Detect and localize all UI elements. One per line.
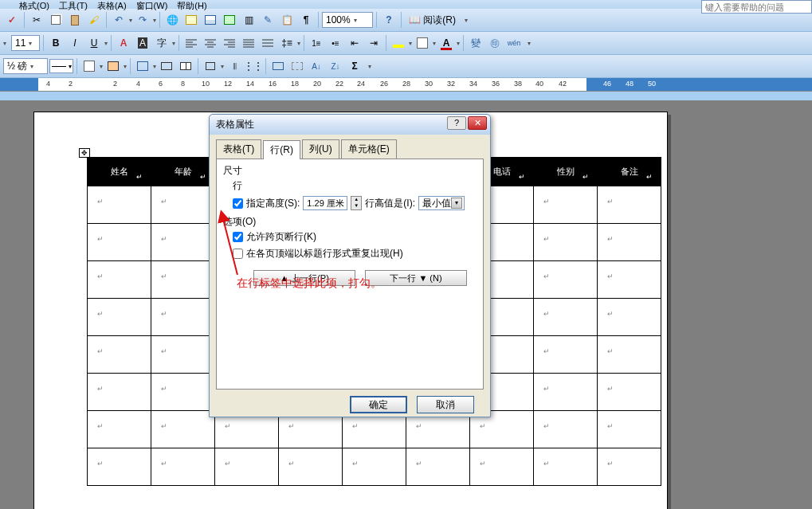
align-justify-icon[interactable]: [240, 34, 257, 52]
tab-table[interactable]: 表格(T): [216, 139, 261, 159]
help-icon[interactable]: ?: [380, 11, 398, 29]
highlight-icon[interactable]: [390, 34, 407, 52]
align-cell-icon[interactable]: [202, 57, 219, 75]
redo-icon[interactable]: ↷: [134, 11, 151, 29]
zoom-dropdown[interactable]: 100%▾: [322, 12, 373, 28]
allow-break-checkbox[interactable]: [233, 232, 243, 242]
drawing-icon[interactable]: ✎: [259, 11, 277, 29]
standard-toolbar: ✓ ✂ 🖌 ↶ ▾ ↷ ▾ 🌐 ▥ ✎ 📋 ¶ 100%▾ ? 📖 阅读(R) …: [0, 9, 812, 32]
insert-table-icon[interactable]: [202, 11, 219, 29]
repeat-header-checkbox[interactable]: [233, 249, 243, 259]
distribute-cols-icon[interactable]: ⋮⋮: [245, 57, 262, 75]
specify-height-label: 指定高度(S):: [246, 197, 300, 210]
underline-button[interactable]: U: [85, 34, 103, 52]
enclose-char-icon[interactable]: ㊞: [486, 34, 504, 52]
table-properties-dialog: 表格属性 ? ✕ 表格(T) 行(R) 列(U) 单元格(E) 尺寸 行 指定高…: [209, 114, 491, 417]
height-value-input[interactable]: [303, 196, 347, 210]
autoformat-icon[interactable]: [269, 57, 287, 75]
dialog-title: 表格属性: [216, 118, 254, 131]
fontsize-dropdown[interactable]: 11▾: [11, 35, 40, 51]
spellcheck-icon[interactable]: ✓: [3, 11, 21, 29]
increase-indent-icon[interactable]: ⇥: [365, 34, 382, 52]
tables-borders-icon[interactable]: [182, 11, 200, 29]
row-height-is-label: 行高值是(I):: [365, 197, 415, 210]
size-group-label: 尺寸: [223, 164, 477, 178]
border-box-icon[interactable]: A: [115, 34, 132, 52]
format-painter-icon[interactable]: 🖌: [85, 11, 103, 29]
ok-button[interactable]: 确定: [350, 396, 407, 413]
sort-asc-icon[interactable]: A↓: [308, 57, 325, 75]
char-scaling-icon[interactable]: 字: [153, 34, 171, 52]
insert-table-icon2[interactable]: [134, 57, 151, 75]
tab-panel-row: 尺寸 行 指定高度(S): ▲▼ 行高值是(I): 最小值▾ 选项(O) 允许跨…: [216, 159, 484, 390]
document-map-icon[interactable]: 📋: [278, 11, 296, 29]
insert-excel-icon[interactable]: [221, 11, 238, 29]
tab-cell[interactable]: 单元格(E): [341, 139, 397, 159]
italic-button[interactable]: I: [66, 34, 84, 52]
row-height-mode-dropdown[interactable]: 最小值▾: [418, 196, 465, 210]
align-distribute-icon[interactable]: [259, 34, 277, 52]
bullet-list-icon[interactable]: •≡: [327, 34, 344, 52]
merge-cells-icon[interactable]: [158, 57, 175, 75]
cancel-button[interactable]: 取消: [417, 396, 474, 413]
table-row: [88, 448, 661, 486]
formatting-toolbar: ▾ 11▾ B I U ▾ A A 字 ▾ ‡≡ ▾ 1≡ •≡ ⇤ ⇥ ▾ ▾…: [0, 32, 812, 55]
annotation-text: 在行标签中选择此项，打勾。: [237, 276, 382, 291]
menu-bar: 格式(O) 工具(T) 表格(A) 窗口(W) 帮助(H): [0, 0, 812, 9]
align-right-icon[interactable]: [221, 34, 238, 52]
border-button[interactable]: [80, 57, 98, 75]
cut-icon[interactable]: ✂: [28, 11, 45, 29]
tables-borders-toolbar: ½ 磅▾ ▾ ▾ ▾ ▾ ▾ ⫴ ⋮⋮ A↓ Z↓ Σ ▾: [0, 55, 812, 78]
row-label: 行: [233, 179, 477, 193]
menu-table[interactable]: 表格(A): [92, 0, 131, 9]
tab-column[interactable]: 列(U): [302, 139, 339, 159]
autosum-icon[interactable]: Σ: [346, 57, 363, 75]
numbered-list-icon[interactable]: 1≡: [308, 34, 325, 52]
show-hide-icon[interactable]: ¶: [297, 11, 315, 29]
asian-layout-icon[interactable]: wén: [505, 34, 523, 52]
line-weight-dropdown[interactable]: ½ 磅▾: [3, 58, 48, 74]
dialog-titlebar[interactable]: 表格属性 ? ✕: [210, 115, 490, 135]
help-search-input[interactable]: [701, 0, 812, 14]
menu-window[interactable]: 窗口(W): [131, 0, 173, 9]
split-cells-icon[interactable]: [177, 57, 194, 75]
line-spacing-icon[interactable]: ‡≡: [278, 34, 296, 52]
align-center-icon[interactable]: [202, 34, 219, 52]
menu-help[interactable]: 帮助(H): [172, 0, 211, 9]
read-button[interactable]: 📖 阅读(R): [405, 11, 460, 29]
tab-row[interactable]: 行(R): [263, 140, 300, 159]
options-group-label: 选项(O): [223, 215, 477, 229]
dialog-tabs: 表格(T) 行(R) 列(U) 单元格(E): [216, 139, 484, 159]
specify-height-checkbox[interactable]: [233, 198, 243, 209]
paste-icon[interactable]: [66, 11, 84, 29]
char-shading-icon[interactable]: A: [134, 34, 151, 52]
menu-format[interactable]: 格式(O): [14, 0, 54, 9]
allow-break-label: 允许跨页断行(K): [246, 230, 316, 244]
table-header-cell: 年龄: [151, 158, 215, 186]
hide-gridlines-icon[interactable]: [288, 57, 306, 75]
table-header-cell: 性别: [534, 158, 598, 186]
copy-icon[interactable]: [47, 11, 65, 29]
decrease-indent-icon[interactable]: ⇤: [346, 34, 363, 52]
undo-icon[interactable]: ↶: [110, 11, 127, 29]
distribute-rows-icon[interactable]: ⫴: [226, 57, 243, 75]
table-header-cell: 备注: [598, 158, 661, 186]
help-button[interactable]: ?: [447, 116, 466, 130]
columns-icon[interactable]: ▥: [240, 11, 257, 29]
border-icon[interactable]: [414, 34, 431, 52]
height-spinner[interactable]: ▲▼: [351, 196, 362, 210]
shading-color-icon[interactable]: [104, 57, 122, 75]
horizontal-ruler[interactable]: 4 2 2 4 6 8 10 12 14 16 18 20 22 24 26 2…: [0, 78, 812, 92]
font-color-icon[interactable]: A: [437, 34, 455, 52]
close-button[interactable]: ✕: [468, 116, 487, 130]
phonetic-guide-icon[interactable]: 變: [467, 34, 484, 52]
bold-button[interactable]: B: [47, 34, 65, 52]
menu-tools[interactable]: 工具(T): [54, 0, 92, 9]
sort-desc-icon[interactable]: Z↓: [327, 57, 344, 75]
repeat-header-label: 在各页顶端以标题行形式重复出现(H): [246, 247, 403, 260]
line-style-dropdown[interactable]: ▾: [49, 59, 73, 73]
hyperlink-icon[interactable]: 🌐: [163, 11, 181, 29]
table-header-cell: 姓名: [88, 158, 151, 186]
align-left-icon[interactable]: [182, 34, 200, 52]
